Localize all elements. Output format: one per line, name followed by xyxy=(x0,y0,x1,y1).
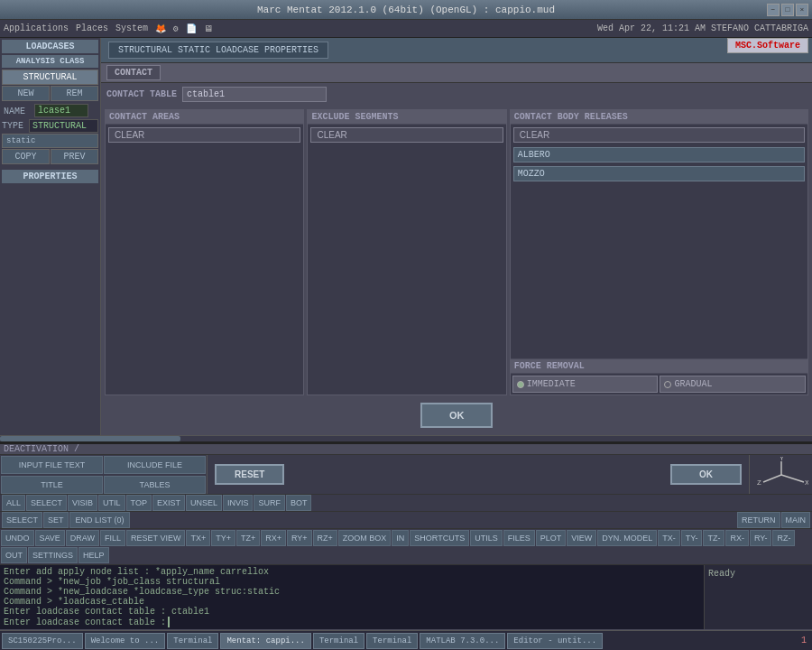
taskbar-welcome[interactable]: Welcome to ... xyxy=(85,633,166,649)
utils-btn[interactable]: UTILS xyxy=(470,530,503,546)
taskbar-terminal3[interactable]: Terminal xyxy=(366,633,418,649)
new-button[interactable]: NEW xyxy=(2,86,50,101)
taskbar-terminal2[interactable]: Terminal xyxy=(313,633,364,649)
visib-btn[interactable]: VISIB xyxy=(68,495,97,511)
unsel-btn[interactable]: UNSEL xyxy=(186,495,222,511)
status-area: Ready xyxy=(704,565,812,629)
shortcuts-btn[interactable]: SHORTCUTS xyxy=(410,530,469,546)
places-menu[interactable]: Places xyxy=(76,23,108,33)
system-bar: Applications Places System 🦊 ⚙ 📄 🖥 Wed A… xyxy=(0,20,812,38)
ry-plus-btn[interactable]: RY+ xyxy=(287,530,312,546)
close-button[interactable]: × xyxy=(796,4,808,16)
reset-ok-section: RESET OK xyxy=(208,455,749,494)
static-btn[interactable]: static xyxy=(2,134,98,148)
body-releases-clear[interactable]: CLEAR xyxy=(513,127,805,143)
tz-minus-btn[interactable]: TZ- xyxy=(703,530,724,546)
select-btn[interactable]: SELECT xyxy=(26,495,67,511)
title-btn[interactable]: TITLE xyxy=(1,476,103,494)
contact-table-input[interactable] xyxy=(182,87,327,102)
status-text: Ready xyxy=(708,569,735,579)
tx-minus-btn[interactable]: TX- xyxy=(658,530,680,546)
tools-icon[interactable]: ⚙ xyxy=(173,23,179,34)
gradual-radio[interactable]: GRADUAL xyxy=(660,376,806,393)
ok-button[interactable]: OK xyxy=(420,403,493,428)
deactivation-label: DEACTIVATION / xyxy=(4,444,79,454)
in-btn[interactable]: IN xyxy=(392,530,409,546)
ty-plus-btn[interactable]: TY+ xyxy=(211,530,235,546)
gradual-dot xyxy=(664,381,671,388)
taskbar-mentat[interactable]: Mentat: cappi... xyxy=(220,633,310,649)
help-btn[interactable]: HELP xyxy=(78,547,109,563)
tz-plus-btn[interactable]: TZ+ xyxy=(236,530,260,546)
immediate-radio[interactable]: IMMEDIATE xyxy=(512,376,659,393)
return-btn[interactable]: RETURN xyxy=(737,512,780,528)
select2-btn[interactable]: SELECT xyxy=(2,512,42,528)
ty-minus-btn[interactable]: TY- xyxy=(681,530,703,546)
new-rem-row: NEW REM xyxy=(2,86,98,102)
bottom-ok-button[interactable]: OK xyxy=(670,464,742,485)
taskbar-editor[interactable]: Editor - untit... xyxy=(507,633,603,649)
exclude-segments-clear[interactable]: CLEAR xyxy=(310,127,503,143)
include-file-btn[interactable]: INCLUDE FILE xyxy=(104,456,206,474)
rz-minus-btn[interactable]: RZ- xyxy=(772,530,795,546)
system-menu: Applications Places System 🦊 ⚙ 📄 🖥 xyxy=(4,23,213,34)
maximize-button[interactable]: □ xyxy=(781,4,794,16)
invis-btn[interactable]: INVIS xyxy=(223,495,254,511)
struct-header-text: STRUCTURAL STATIC LOADCASE PROPERTIES xyxy=(108,42,328,59)
exist-btn[interactable]: EXIST xyxy=(152,495,185,511)
undo-btn[interactable]: UNDO xyxy=(1,530,34,546)
rx-plus-btn[interactable]: RX+ xyxy=(261,530,286,546)
left-tools: INPUT FILE TEXT INCLUDE FILE TITLE TABLE… xyxy=(0,455,208,494)
draw-btn[interactable]: DRAW xyxy=(66,530,99,546)
rz-plus-btn[interactable]: RZ+ xyxy=(313,530,337,546)
fill-btn[interactable]: FILL xyxy=(100,530,125,546)
minimize-button[interactable]: − xyxy=(767,4,780,16)
bot-btn[interactable]: BOT xyxy=(286,495,312,511)
util-btn[interactable]: UTIL xyxy=(98,495,125,511)
ok-button-container: OK xyxy=(101,395,812,435)
tables-btn[interactable]: TABLES xyxy=(104,476,206,494)
main-btn[interactable]: MAIN xyxy=(781,512,811,528)
name-input[interactable] xyxy=(34,104,88,117)
copy-button[interactable]: COPY xyxy=(2,149,50,164)
scroll-bar[interactable] xyxy=(0,435,812,442)
name-label: NAME xyxy=(2,103,98,119)
plot-btn[interactable]: PLOT xyxy=(536,530,567,546)
taskbar-matlab[interactable]: MATLAB 7.3.0... xyxy=(420,633,505,649)
rem-button[interactable]: REM xyxy=(51,86,98,101)
copy-prev-row: COPY PREV xyxy=(2,149,98,165)
firefox-icon[interactable]: 🦊 xyxy=(155,23,166,34)
taskbar-terminal1[interactable]: Terminal xyxy=(167,633,218,649)
ry-minus-btn[interactable]: RY- xyxy=(750,530,772,546)
dyn-model-btn[interactable]: DYN. MODEL xyxy=(597,530,657,546)
system-menu-item[interactable]: System xyxy=(115,23,148,33)
tx-plus-btn[interactable]: TX+ xyxy=(186,530,210,546)
taskbar: SC150225Pro... Welcome to ... Terminal M… xyxy=(0,630,812,650)
prev-button[interactable]: PREV xyxy=(51,149,98,164)
body-item-mozzo[interactable]: MOZZO xyxy=(513,166,805,181)
reset-view-btn[interactable]: RESET VIEW xyxy=(126,530,185,546)
select-bar: SELECT SET END LIST (0) RETURN MAIN xyxy=(0,512,812,529)
structural-btn[interactable]: STRUCTURAL xyxy=(2,70,98,85)
surf-btn[interactable]: SURF xyxy=(254,495,285,511)
file-icon[interactable]: 📄 xyxy=(186,23,197,34)
end-list-btn[interactable]: END LIST (0) xyxy=(69,512,131,528)
top-btn[interactable]: TOP xyxy=(126,495,152,511)
contact-areas-clear[interactable]: CLEAR xyxy=(108,127,300,143)
applications-menu[interactable]: Applications xyxy=(4,23,69,33)
save-btn[interactable]: SAVE xyxy=(35,530,65,546)
view-btn[interactable]: VIEW xyxy=(567,530,596,546)
command-status-row: Enter add apply node list : *apply_name … xyxy=(0,565,812,629)
rx-minus-btn[interactable]: RX- xyxy=(725,530,749,546)
reset-button[interactable]: RESET xyxy=(215,464,284,485)
all-btn[interactable]: ALL xyxy=(2,495,25,511)
terminal-icon[interactable]: 🖥 xyxy=(204,23,213,34)
files-btn[interactable]: FILES xyxy=(503,530,535,546)
taskbar-sc150[interactable]: SC150225Pro... xyxy=(2,633,83,649)
zoom-box-btn[interactable]: ZOOM BOX xyxy=(338,530,392,546)
input-file-btn[interactable]: INPUT FILE TEXT xyxy=(1,456,103,474)
settings-btn[interactable]: SETTINGS xyxy=(28,547,78,563)
out-btn[interactable]: OUT xyxy=(1,547,27,563)
body-item-albero[interactable]: ALBERO xyxy=(513,147,805,162)
set-btn[interactable]: SET xyxy=(43,512,69,528)
